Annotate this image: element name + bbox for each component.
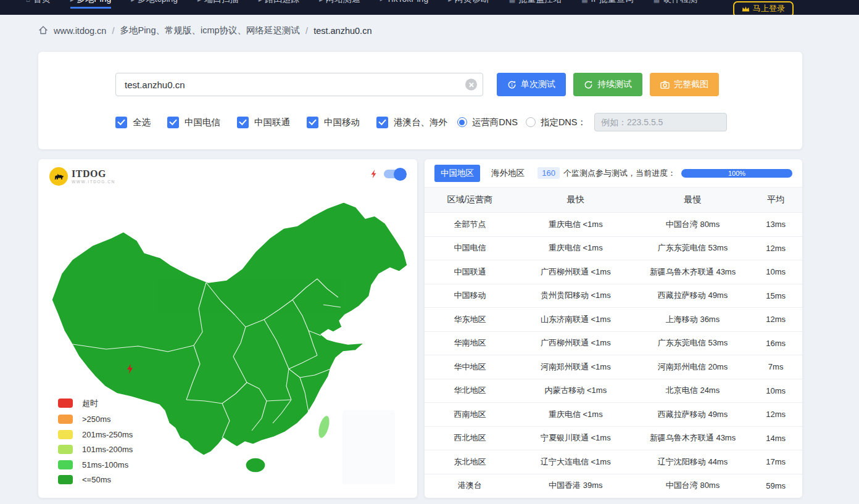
home-icon: ⌂	[26, 0, 30, 3]
legend-swatch-gt250	[58, 415, 73, 424]
cell-fastest: 重庆电信 <1ms	[515, 219, 636, 230]
legend-swatch-timeout	[58, 399, 73, 408]
continuous-test-button[interactable]: 持续测试	[573, 73, 642, 96]
col-region: 区域/运营商	[425, 194, 515, 205]
breadcrumb-home[interactable]: www.itdog.cn	[54, 26, 106, 36]
isp-checkbox-group: 全选 中国电信 中国联通 中国移动 港澳台、海外	[115, 117, 447, 128]
legend-label: 51ms-100ms	[82, 460, 128, 469]
checkbox-select-all[interactable]: 全选	[115, 117, 151, 128]
checkbox-china-unicom[interactable]: 中国联通	[237, 117, 290, 128]
lightning-icon	[370, 169, 377, 179]
col-slowest: 最慢	[636, 194, 750, 205]
checkbox-hk-mo-tw-overseas[interactable]: 港澳台、海外	[376, 117, 447, 128]
single-test-label: 单次测试	[521, 79, 555, 90]
breadcrumb-separator: /	[305, 26, 308, 36]
grid-icon: ▦	[654, 0, 660, 4]
cell-slowest: 新疆乌鲁木齐联通 43ms	[636, 432, 750, 444]
tab-overseas-region[interactable]: 海外地区	[491, 168, 525, 179]
nav-item-traceroute[interactable]: ▸路由追踪	[259, 0, 300, 7]
nav-item-batch-monitor[interactable]: ▦批量监控站	[509, 0, 562, 7]
table-row: 西南地区重庆电信 <1ms西藏拉萨移动 49ms12ms	[425, 402, 802, 426]
nav-item-hardware[interactable]: ▦硬件检测	[654, 0, 697, 7]
checkbox-china-telecom[interactable]: 中国电信	[167, 117, 220, 128]
cell-average: 12ms	[749, 315, 802, 324]
cell-fastest: 重庆电信 <1ms	[515, 242, 636, 254]
screenshot-label: 完整截图	[674, 79, 708, 90]
legend-item: >250ms	[58, 415, 133, 424]
cell-region: 西北地区	[425, 432, 515, 444]
screenshot-button[interactable]: 完整截图	[650, 73, 719, 96]
nav-item-ip-batch[interactable]: ▦IP批量查询	[581, 0, 634, 7]
ping-icon: ▸	[70, 0, 74, 4]
map-mode-toggle[interactable]	[384, 170, 405, 178]
login-button[interactable]: 马上登录	[733, 1, 794, 15]
cell-slowest: 中国台湾 80ms	[636, 480, 750, 491]
nav-item-label: 网页诊断	[455, 0, 489, 5]
nav-item-label: 首页	[33, 0, 51, 5]
svg-text:1: 1	[511, 82, 513, 86]
crown-icon	[742, 6, 750, 12]
tool-icon: ▸	[380, 0, 384, 3]
cell-average: 17ms	[749, 457, 802, 466]
legend-item: 101ms-200ms	[58, 445, 133, 454]
radio-label: 指定DNS：	[541, 117, 586, 128]
itdog-logo: ITDOG WWW.ITDOG.CN	[49, 167, 115, 186]
custom-dns-input[interactable]	[594, 113, 727, 131]
nav-item-tiktok-ping[interactable]: ▸TikTokPing	[380, 0, 428, 6]
results-table-header: 区域/运营商 最快 最慢 平均	[425, 188, 802, 212]
test-control-card: 1 单次测试 持续测试 完整截图 全选 中国电信 中国联通 中国移动 港澳台、海…	[38, 52, 802, 149]
table-row: 中国移动贵州贵阳移动 <1ms西藏拉萨移动 49ms15ms	[425, 284, 802, 308]
cell-slowest: 北京电信 24ms	[636, 385, 750, 396]
checkbox-checked-icon	[115, 117, 127, 128]
nav-item-web-diagnose[interactable]: ▸网页诊断	[448, 0, 489, 7]
cell-region: 中国电信	[425, 242, 515, 254]
radio-carrier-dns[interactable]: 运营商DNS	[457, 117, 518, 128]
nav-item-home[interactable]: ⌂首页	[26, 0, 51, 7]
table-row: 西北地区宁夏银川联通 <1ms新疆乌鲁木齐联通 43ms14ms	[425, 426, 802, 450]
top-navbar: ⌂首页 ▸多地Ping ▸多地tcping ▸端口扫描 ▸路由追踪 ▸网站测速 …	[0, 0, 859, 15]
legend-item: 超时	[58, 398, 133, 409]
checkbox-checked-icon	[376, 117, 388, 128]
table-row: 全部节点重庆电信 <1ms中国台湾 80ms13ms	[425, 212, 802, 236]
tab-china-region[interactable]: 中国地区	[434, 165, 480, 182]
nav-item-multi-ping[interactable]: ▸多地Ping	[70, 0, 112, 9]
legend-label: 201ms-250ms	[82, 430, 133, 439]
cell-fastest: 河南郑州联通 <1ms	[515, 361, 636, 373]
nav-item-multi-tcping[interactable]: ▸多地tcping	[131, 0, 178, 7]
table-row: 华南地区广西柳州联通 <1ms广东东莞电信 53ms16ms	[425, 331, 802, 355]
nav-item-label: 批量监控站	[518, 0, 562, 5]
table-row: 华北地区内蒙古移动 <1ms北京电信 24ms10ms	[425, 379, 802, 403]
cell-fastest: 宁夏银川联通 <1ms	[515, 432, 636, 444]
camera-icon	[660, 80, 670, 89]
nav-item-label: 网站测速	[326, 0, 360, 5]
nav-item-label: 多地tcping	[138, 0, 178, 5]
nav-item-port-scan[interactable]: ▸端口扫描	[197, 0, 239, 7]
cell-region: 华南地区	[425, 337, 515, 349]
checkbox-china-mobile[interactable]: 中国移动	[307, 117, 360, 128]
nav-item-label: IP批量查询	[591, 0, 634, 5]
cell-region: 中国移动	[425, 290, 515, 301]
host-input-wrap	[115, 73, 483, 96]
clear-input-icon[interactable]	[465, 79, 477, 91]
host-input[interactable]	[115, 73, 483, 96]
legend-swatch-le50	[58, 475, 73, 484]
dog-logo-icon	[49, 167, 68, 186]
nav-item-label: 硬件检测	[663, 0, 697, 5]
cell-region: 全部节点	[425, 219, 515, 230]
cell-fastest: 重庆电信 <1ms	[515, 409, 636, 420]
tool-icon: ▸	[319, 0, 323, 4]
nav-items: ⌂首页 ▸多地Ping ▸多地tcping ▸端口扫描 ▸路由追踪 ▸网站测速 …	[26, 0, 697, 9]
legend-swatch-101-200	[58, 445, 73, 454]
cell-slowest: 辽宁沈阳移动 44ms	[636, 456, 750, 468]
cell-slowest: 西藏拉萨移动 49ms	[636, 290, 750, 301]
refresh-icon	[584, 80, 593, 89]
single-test-button[interactable]: 1 单次测试	[497, 73, 566, 96]
cell-average: 15ms	[749, 291, 802, 300]
results-card: 中国地区 海外地区 160 个监测点参与测试，当前进度： 100% 区域/运营商…	[425, 159, 802, 498]
nav-item-site-speed[interactable]: ▸网站测速	[319, 0, 360, 7]
radio-custom-dns[interactable]: 指定DNS：	[526, 117, 586, 128]
cell-fastest: 广西柳州联通 <1ms	[515, 337, 636, 349]
breadcrumb-separator: /	[112, 26, 114, 36]
table-row: 华东地区山东济南联通 <1ms上海移动 36ms12ms	[425, 307, 802, 331]
login-label: 马上登录	[753, 3, 785, 14]
